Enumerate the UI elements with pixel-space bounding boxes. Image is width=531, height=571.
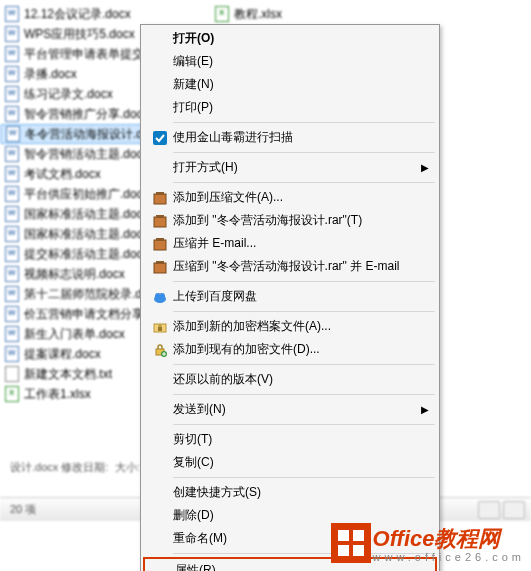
menu-add-archive[interactable]: 添加到压缩文件(A)... [143, 186, 437, 209]
docx-icon [5, 126, 21, 142]
svg-point-11 [159, 293, 165, 299]
menu-add-existing-encrypted[interactable]: 添加到现有的加密文件(D)... [143, 338, 437, 361]
menu-edit[interactable]: 编辑(E) [143, 50, 437, 73]
docx-icon [4, 166, 20, 182]
menu-label: 创建快捷方式(S) [173, 484, 417, 501]
file-name: 国家标准活动主题.docx [24, 226, 149, 243]
file-item[interactable]: 教程.xlsx [210, 4, 420, 24]
menu-cut[interactable]: 剪切(T) [143, 428, 437, 451]
menu-label: 删除(D) [173, 507, 417, 524]
file-name: 提交标准活动主题.docx [24, 246, 149, 263]
menu-label: 编辑(E) [173, 53, 417, 70]
file-name: 新生入门表单.docx [24, 326, 125, 343]
file-name: 录播.docx [24, 66, 77, 83]
watermark-title: Office教程网 [373, 524, 525, 554]
svg-rect-3 [154, 217, 166, 227]
menu-add-named-archive[interactable]: 添加到 "冬令营活动海报设计.rar"(T) [143, 209, 437, 232]
menu-kingsoft-scan[interactable]: 使用金山毒霸进行扫描 [143, 126, 437, 149]
menu-send-to[interactable]: 发送到(N)▶ [143, 398, 437, 421]
docx-icon [4, 66, 20, 82]
menu-add-new-encrypted[interactable]: 添加到新的加密档案文件(A)... [143, 315, 437, 338]
menu-separator [173, 182, 435, 183]
baidu-cloud-icon [147, 289, 173, 305]
file-name: 练习记录文.docx [24, 86, 113, 103]
menu-new[interactable]: 新建(N) [143, 73, 437, 96]
menu-separator [173, 424, 435, 425]
menu-label: 打印(P) [173, 99, 417, 116]
xlsx-icon [4, 386, 20, 402]
menu-copy[interactable]: 复制(C) [143, 451, 437, 474]
svg-rect-13 [158, 327, 162, 331]
menu-label: 压缩并 E-mail... [173, 235, 417, 252]
docx-icon [4, 306, 20, 322]
menu-label: 新建(N) [173, 76, 417, 93]
svg-rect-0 [153, 131, 167, 145]
menu-separator [173, 364, 435, 365]
svg-rect-4 [156, 215, 164, 218]
menu-label: 压缩到 "冬令营活动海报设计.rar" 并 E-mail [173, 258, 417, 275]
file-name: 新建文本文档.txt [24, 366, 112, 383]
svg-rect-19 [353, 545, 364, 556]
menu-print[interactable]: 打印(P) [143, 96, 437, 119]
kingsoft-icon [147, 130, 173, 146]
menu-label: 添加到压缩文件(A)... [173, 189, 417, 206]
menu-open-with[interactable]: 打开方式(H)▶ [143, 156, 437, 179]
menu-label: 打开(O) [173, 30, 417, 47]
view-icons-button[interactable] [503, 501, 525, 519]
docx-icon [4, 186, 20, 202]
svg-rect-7 [154, 263, 166, 273]
file-name: 提案课程.docx [24, 346, 101, 363]
docx-icon [4, 326, 20, 342]
docx-icon [4, 86, 20, 102]
docx-icon [4, 266, 20, 282]
file-name: 视频标志说明.docx [24, 266, 125, 283]
view-details-button[interactable] [478, 501, 500, 519]
file-name: 工作表1.xlsx [24, 386, 91, 403]
menu-label: 添加到现有的加密文件(D)... [173, 341, 417, 358]
docx-icon [4, 206, 20, 222]
lock-add-icon [147, 342, 173, 358]
file-name: 平台供应初始推广.docx [24, 186, 149, 203]
svg-rect-8 [156, 261, 164, 264]
file-name: 12.12会议记录.docx [24, 6, 131, 23]
docx-icon [4, 246, 20, 262]
menu-label: 打开方式(H) [173, 159, 417, 176]
menu-label: 上传到百度网盘 [173, 288, 417, 305]
context-menu: 打开(O) 编辑(E) 新建(N) 打印(P) 使用金山毒霸进行扫描 打开方式(… [140, 24, 440, 571]
status-size: 大小: [115, 460, 140, 475]
winrar-icon [147, 213, 173, 229]
menu-label: 添加到新的加密档案文件(A)... [173, 318, 417, 335]
svg-rect-6 [156, 238, 164, 241]
menu-label: 复制(C) [173, 454, 417, 471]
txt-icon [4, 366, 20, 382]
status-count: 20 项 [10, 502, 36, 517]
file-row: 12.12会议记录.docx 教程.xlsx [0, 4, 531, 24]
file-item[interactable]: 12.12会议记录.docx [0, 4, 210, 24]
menu-label: 发送到(N) [173, 401, 417, 418]
docx-icon [4, 106, 20, 122]
menu-open[interactable]: 打开(O) [143, 27, 437, 50]
file-name: 教程.xlsx [234, 6, 282, 23]
menu-compress-to-email[interactable]: 压缩到 "冬令营活动海报设计.rar" 并 E-mail [143, 255, 437, 278]
status-file: 设计.docx 修改日期: [10, 460, 108, 475]
xlsx-icon [214, 6, 230, 22]
menu-separator [173, 122, 435, 123]
svg-rect-1 [154, 194, 166, 204]
menu-restore-previous[interactable]: 还原以前的版本(V) [143, 368, 437, 391]
menu-separator [173, 281, 435, 282]
menu-upload-baidu[interactable]: 上传到百度网盘 [143, 285, 437, 308]
menu-label: 还原以前的版本(V) [173, 371, 417, 388]
submenu-arrow-icon: ▶ [421, 162, 429, 173]
file-name: 智令营销推广分享.docx [24, 106, 149, 123]
svg-rect-2 [156, 192, 164, 195]
menu-compress-email[interactable]: 压缩并 E-mail... [143, 232, 437, 255]
menu-create-shortcut[interactable]: 创建快捷方式(S) [143, 481, 437, 504]
menu-separator [173, 152, 435, 153]
menu-separator [173, 311, 435, 312]
watermark-url: www.office26.com [373, 551, 525, 563]
winrar-icon [147, 236, 173, 252]
file-name: 考试文档.docx [24, 166, 101, 183]
docx-icon [4, 286, 20, 302]
menu-label: 剪切(T) [173, 431, 417, 448]
docx-icon [4, 226, 20, 242]
